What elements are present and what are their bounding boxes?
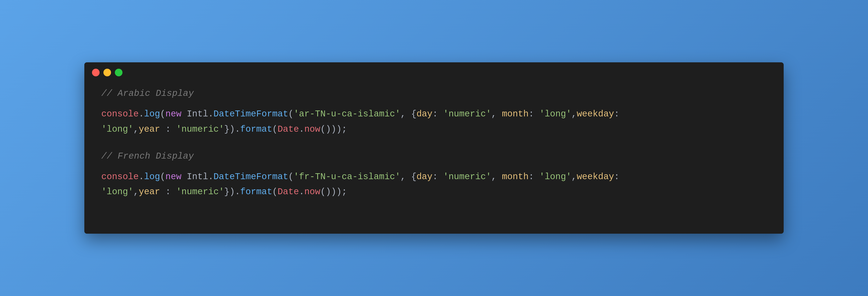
token: Intl. <box>181 172 213 182</box>
token: 'numeric' <box>176 187 224 197</box>
token: log <box>144 109 160 119</box>
minimize-button[interactable] <box>103 69 111 76</box>
token: weekday <box>577 109 614 119</box>
token: . <box>299 187 304 197</box>
token: new <box>165 172 182 182</box>
token: ( <box>160 109 165 119</box>
token: new <box>165 109 182 119</box>
token: month <box>502 109 528 119</box>
token: : <box>160 124 176 135</box>
token: , <box>133 187 138 197</box>
maximize-button[interactable] <box>115 69 123 76</box>
token: ( <box>288 172 293 182</box>
token: ( <box>272 124 278 135</box>
token: }). <box>224 124 240 135</box>
token: , <box>571 109 577 119</box>
comment-arabic: // Arabic Display <box>101 87 767 100</box>
token: now <box>304 124 320 135</box>
token: month <box>502 172 528 182</box>
token: , { <box>401 172 416 182</box>
token: . <box>138 172 144 182</box>
token: , <box>491 109 502 119</box>
code-area: // Arabic Display console.log(new Intl.D… <box>84 81 784 221</box>
token: 'long' <box>539 172 571 182</box>
token: log <box>144 172 160 182</box>
token: , <box>491 172 502 182</box>
token: : <box>529 109 539 119</box>
close-button[interactable] <box>92 69 100 76</box>
token: . <box>138 109 144 119</box>
token: 'numeric' <box>443 172 491 182</box>
token-year: year <box>138 124 160 135</box>
token: 'fr-TN-u-ca-islamic' <box>293 172 400 182</box>
token: : <box>614 172 619 182</box>
token: , <box>133 124 138 135</box>
token: 'numeric' <box>176 124 224 135</box>
token: 'long' <box>539 109 571 119</box>
token: DateTimeFormat <box>213 109 288 119</box>
token: , { <box>401 109 416 119</box>
code-line-arabic-2: 'long',year : 'numeric'}).format(Date.no… <box>101 122 767 137</box>
token: format <box>240 124 272 135</box>
token: : <box>529 172 539 182</box>
token: ( <box>160 172 165 182</box>
code-line-french-1: console.log(new Intl.DateTimeFormat('fr-… <box>101 170 767 184</box>
token: day <box>416 172 433 182</box>
token: . <box>299 124 304 135</box>
token: , <box>571 172 577 182</box>
token: : <box>433 172 443 182</box>
token: day <box>416 109 433 119</box>
code-block-arabic: console.log(new Intl.DateTimeFormat('ar-… <box>101 107 767 137</box>
token: : <box>433 109 443 119</box>
token: 'numeric' <box>443 109 491 119</box>
token: DateTimeFormat <box>213 172 288 182</box>
token: console <box>101 172 138 182</box>
code-window: // Arabic Display console.log(new Intl.D… <box>84 62 784 234</box>
token: Date <box>278 187 299 197</box>
token: format <box>240 187 272 197</box>
token: ( <box>272 187 278 197</box>
token: 'long' <box>101 124 133 135</box>
token: 'long' <box>101 187 133 197</box>
token: Intl. <box>181 109 213 119</box>
code-line-arabic-1: console.log(new Intl.DateTimeFormat('ar-… <box>101 107 767 122</box>
token-year: year <box>138 187 160 197</box>
token: : <box>614 109 619 119</box>
token: ())); <box>320 124 347 135</box>
code-line-french-2: 'long',year : 'numeric'}).format(Date.no… <box>101 184 767 200</box>
token: : <box>160 187 176 197</box>
token: ())); <box>320 187 347 197</box>
comment-french: // French Display <box>101 150 767 163</box>
token: console <box>101 109 138 119</box>
code-block-french: console.log(new Intl.DateTimeFormat('fr-… <box>101 170 767 200</box>
token: 'ar-TN-u-ca-islamic' <box>293 109 400 119</box>
token: now <box>304 187 320 197</box>
token: Date <box>278 124 299 135</box>
token: weekday <box>577 172 614 182</box>
title-bar <box>84 62 784 81</box>
token: }). <box>224 187 240 197</box>
token: ( <box>288 109 293 119</box>
